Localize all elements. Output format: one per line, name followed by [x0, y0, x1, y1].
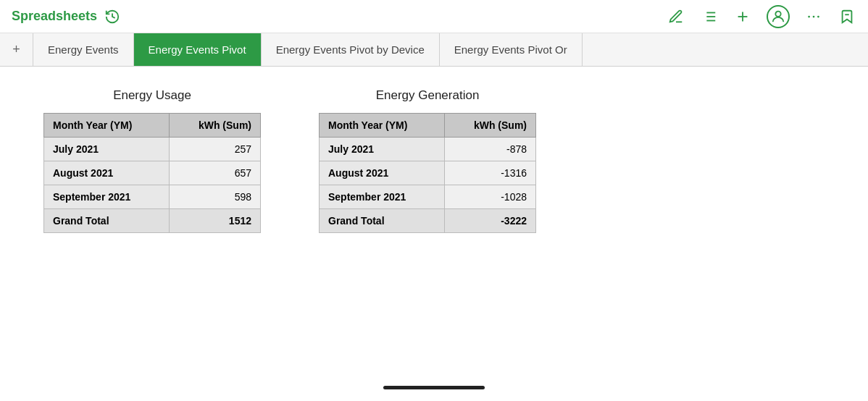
table-row: Grand Total 1512	[44, 209, 261, 233]
top-bar-icons	[667, 5, 856, 28]
gen-value-2: -1028	[444, 185, 535, 209]
list-icon[interactable]	[700, 7, 719, 26]
bottom-bar-indicator	[383, 386, 485, 389]
usage-value-3: 1512	[169, 209, 260, 233]
add-icon[interactable]	[733, 7, 752, 26]
gen-month-1: August 2021	[320, 161, 445, 185]
usage-month-2: September 2021	[44, 185, 170, 209]
usage-month-3: Grand Total	[44, 209, 170, 233]
table-row: July 2021 -878	[320, 138, 536, 161]
tab-energy-events[interactable]: Energy Events	[33, 33, 134, 66]
more-icon[interactable]	[804, 7, 823, 26]
usage-value-0: 257	[169, 138, 260, 161]
gen-month-3: Grand Total	[320, 209, 445, 233]
generation-table-section: Energy Generation Month Year (YM) kWh (S…	[319, 88, 536, 233]
add-tab-button[interactable]: +	[0, 33, 33, 66]
table-row: September 2021 598	[44, 185, 261, 209]
usage-table: Month Year (YM) kWh (Sum) July 2021 257 …	[43, 113, 261, 233]
svg-point-11	[817, 15, 819, 17]
table-row: September 2021 -1028	[320, 185, 536, 209]
pencil-icon[interactable]	[667, 7, 685, 26]
usage-month-0: July 2021	[44, 138, 170, 161]
table-row: July 2021 257	[44, 138, 261, 161]
app-title: Spreadsheets	[12, 9, 97, 24]
generation-table-title: Energy Generation	[376, 88, 480, 103]
svg-point-10	[813, 15, 815, 17]
tables-row: Energy Usage Month Year (YM) kWh (Sum) J…	[43, 88, 536, 233]
gen-month-0: July 2021	[320, 138, 445, 161]
tab-energy-events-pivot[interactable]: Energy Events Pivot	[134, 33, 262, 66]
usage-table-section: Energy Usage Month Year (YM) kWh (Sum) J…	[43, 88, 261, 233]
table-row: August 2021 657	[44, 161, 261, 185]
table-row: Grand Total -3222	[320, 209, 536, 233]
tab-energy-events-pivot-device[interactable]: Energy Events Pivot by Device	[262, 33, 440, 66]
table-row: August 2021 -1316	[320, 161, 536, 185]
main-content: Energy Usage Month Year (YM) kWh (Sum) J…	[0, 67, 868, 255]
gen-month-2: September 2021	[320, 185, 445, 209]
bookmark-icon[interactable]	[838, 7, 856, 26]
gen-header-month: Month Year (YM)	[320, 114, 445, 138]
usage-value-2: 598	[169, 185, 260, 209]
gen-value-1: -1316	[444, 161, 535, 185]
usage-header-month: Month Year (YM)	[44, 114, 170, 138]
usage-month-1: August 2021	[44, 161, 170, 185]
tab-energy-events-pivot-or[interactable]: Energy Events Pivot Or	[440, 33, 583, 66]
avatar-icon[interactable]	[767, 5, 790, 28]
svg-point-9	[808, 15, 810, 17]
usage-table-title: Energy Usage	[113, 88, 191, 103]
gen-value-0: -878	[444, 138, 535, 161]
svg-point-8	[775, 11, 780, 16]
gen-header-kwh: kWh (Sum)	[444, 114, 535, 138]
usage-header-kwh: kWh (Sum)	[169, 114, 260, 138]
top-bar-left: Spreadsheets	[12, 7, 122, 26]
tab-bar: + Energy Events Energy Events Pivot Ener…	[0, 33, 868, 67]
gen-value-3: -3222	[444, 209, 535, 233]
top-bar: Spreadsheets	[0, 0, 868, 33]
generation-table: Month Year (YM) kWh (Sum) July 2021 -878…	[319, 113, 536, 233]
history-icon[interactable]	[103, 7, 122, 26]
usage-value-1: 657	[169, 161, 260, 185]
